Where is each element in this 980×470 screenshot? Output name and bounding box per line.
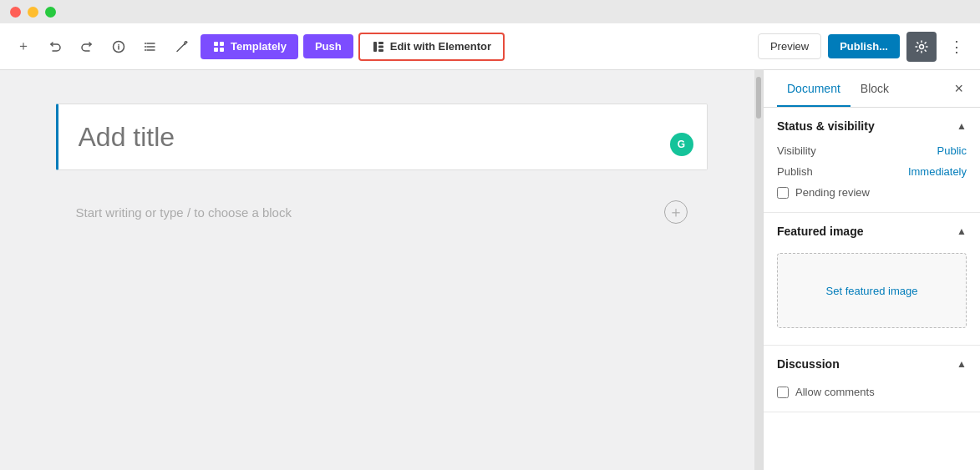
allow-comments-checkbox[interactable] bbox=[777, 387, 789, 398]
settings-button[interactable] bbox=[906, 32, 937, 62]
editor-area: G Start writing or type / to choose a bl… bbox=[0, 70, 763, 470]
list-view-button[interactable] bbox=[137, 33, 164, 60]
featured-image-content: Set featured image bbox=[764, 253, 980, 345]
main-layout: G Start writing or type / to choose a bl… bbox=[0, 70, 980, 470]
discussion-section: Discussion ▲ Allow comments bbox=[764, 346, 980, 412]
sidebar-tab-group: Document Block bbox=[777, 70, 899, 107]
status-visibility-chevron: ▲ bbox=[957, 120, 967, 132]
traffic-light-yellow[interactable] bbox=[28, 7, 38, 18]
svg-rect-11 bbox=[378, 45, 383, 48]
content-placeholder: Start writing or type / to choose a bloc… bbox=[76, 205, 292, 220]
featured-image-header[interactable]: Featured image ▲ bbox=[764, 213, 980, 250]
toolbar-right: Preview Publish... ⋮ bbox=[758, 32, 970, 62]
svg-point-2 bbox=[145, 43, 146, 44]
sidebar-tabs: Document Block × bbox=[764, 70, 980, 108]
status-visibility-section: Status & visibility ▲ Visibility Public … bbox=[764, 108, 980, 213]
sidebar-close-button[interactable]: × bbox=[951, 77, 967, 101]
preview-button[interactable]: Preview bbox=[758, 33, 821, 59]
traffic-light-red[interactable] bbox=[10, 7, 21, 18]
svg-point-1 bbox=[118, 43, 119, 45]
svg-rect-6 bbox=[220, 42, 224, 46]
templately-button[interactable]: Templately bbox=[201, 34, 298, 59]
scrollbar[interactable] bbox=[754, 70, 763, 470]
visibility-row: Visibility Public bbox=[777, 144, 967, 157]
toolbar: ＋ Templately Push Edit with Elementor bbox=[0, 23, 980, 70]
more-options-button[interactable]: ⋮ bbox=[943, 33, 970, 60]
svg-rect-10 bbox=[378, 42, 383, 44]
add-block-button[interactable]: ＋ bbox=[664, 200, 688, 224]
grammarly-icon: G bbox=[670, 133, 693, 156]
edit-with-elementor-button[interactable]: Edit with Elementor bbox=[358, 33, 505, 61]
publish-row: Publish Immediately bbox=[777, 165, 967, 178]
status-visibility-header[interactable]: Status & visibility ▲ bbox=[764, 108, 980, 144]
content-block: Start writing or type / to choose a bloc… bbox=[56, 184, 708, 240]
sidebar: Document Block × Status & visibility ▲ V… bbox=[763, 70, 980, 470]
svg-rect-7 bbox=[214, 48, 218, 52]
title-input[interactable] bbox=[79, 122, 687, 153]
title-block: G bbox=[56, 104, 708, 170]
editor-content: G Start writing or type / to choose a bl… bbox=[56, 104, 708, 240]
tab-block[interactable]: Block bbox=[851, 70, 899, 107]
featured-image-section: Featured image ▲ Set featured image bbox=[764, 213, 980, 346]
allow-comments-label: Allow comments bbox=[795, 386, 875, 398]
visibility-value[interactable]: Public bbox=[937, 144, 967, 157]
status-visibility-content: Visibility Public Publish Immediately Pe… bbox=[764, 144, 980, 212]
svg-rect-5 bbox=[214, 42, 218, 46]
set-featured-image-button[interactable]: Set featured image bbox=[777, 253, 967, 328]
pending-review-row: Pending review bbox=[777, 186, 967, 199]
publish-label: Publish bbox=[777, 165, 813, 178]
toolbar-left: ＋ Templately Push Edit with Elementor bbox=[10, 33, 751, 61]
pending-review-checkbox[interactable] bbox=[777, 187, 789, 199]
svg-point-4 bbox=[145, 49, 146, 51]
svg-rect-8 bbox=[220, 48, 224, 52]
add-block-toolbar-btn[interactable]: ＋ bbox=[10, 33, 37, 60]
tab-document[interactable]: Document bbox=[777, 70, 851, 107]
svg-rect-12 bbox=[378, 49, 383, 52]
discussion-chevron: ▲ bbox=[957, 358, 967, 370]
scroll-thumb bbox=[756, 77, 761, 119]
featured-image-chevron: ▲ bbox=[957, 225, 967, 237]
allow-comments-row: Allow comments bbox=[777, 386, 967, 398]
publish-button[interactable]: Publish... bbox=[828, 34, 900, 58]
discussion-content: Allow comments bbox=[764, 386, 980, 412]
push-button[interactable]: Push bbox=[303, 34, 353, 58]
traffic-light-green[interactable] bbox=[45, 7, 56, 18]
svg-point-3 bbox=[145, 46, 146, 48]
title-bar bbox=[0, 0, 980, 23]
svg-point-13 bbox=[920, 44, 924, 48]
pending-review-label: Pending review bbox=[795, 186, 870, 199]
info-button[interactable] bbox=[105, 33, 132, 60]
undo-button[interactable] bbox=[42, 33, 69, 60]
publish-value[interactable]: Immediately bbox=[908, 165, 967, 178]
discussion-header[interactable]: Discussion ▲ bbox=[764, 346, 980, 382]
redo-button[interactable] bbox=[74, 33, 100, 60]
visibility-label: Visibility bbox=[777, 144, 816, 157]
tools-button[interactable] bbox=[169, 33, 195, 60]
svg-rect-9 bbox=[373, 42, 377, 52]
